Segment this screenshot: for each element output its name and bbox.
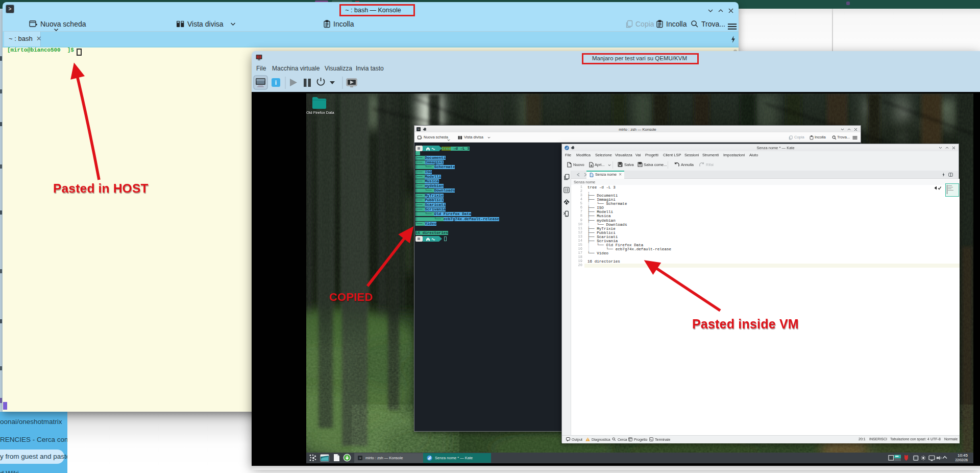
svg-text:i: i xyxy=(275,79,277,86)
